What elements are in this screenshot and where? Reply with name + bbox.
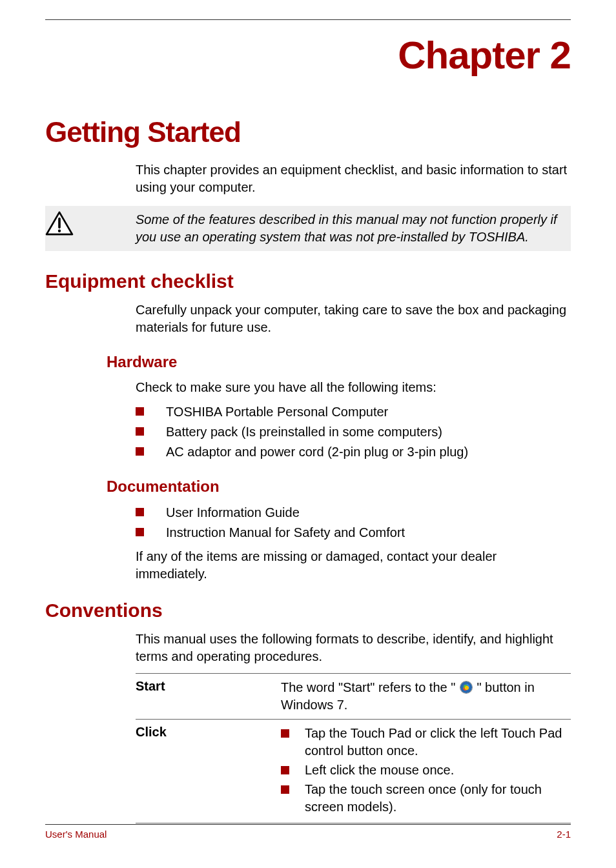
chapter-label: Chapter 2 <box>45 33 571 77</box>
list-item-text: User Information Guide <box>166 503 300 521</box>
list-item: Battery pack (Is preinstalled in some co… <box>136 423 571 441</box>
page-footer: User's Manual 2-1 <box>45 824 571 840</box>
svg-point-2 <box>58 230 61 232</box>
list-item-text: Instruction Manual for Safety and Comfor… <box>166 523 405 541</box>
table-row: Start The word "Start" refers to the " "… <box>136 673 571 719</box>
documentation-heading: Documentation <box>107 478 571 496</box>
documentation-list: User Information Guide Instruction Manua… <box>136 503 571 541</box>
warning-text: Some of the features described in this m… <box>136 211 567 246</box>
list-item: Left click the mouse once. <box>281 762 571 779</box>
list-item-text: Battery pack (Is preinstalled in some co… <box>166 423 442 441</box>
list-item: User Information Guide <box>136 503 571 521</box>
bullet-icon <box>136 427 144 436</box>
bullet-icon <box>136 508 144 516</box>
equipment-intro: Carefully unpack your computer, taking c… <box>136 301 571 336</box>
bullet-icon <box>281 766 289 774</box>
list-item: Tap the touch screen once (only for touc… <box>281 781 571 816</box>
list-item-text: Left click the mouse once. <box>305 762 454 779</box>
footer-page-number: 2-1 <box>557 829 571 840</box>
warning-callout: Some of the features described in this m… <box>45 206 571 251</box>
chapter-intro: This chapter provides an equipment check… <box>136 161 571 196</box>
bullet-icon <box>281 785 289 794</box>
list-item: Tap the Touch Pad or click the left Touc… <box>281 725 571 760</box>
list-item: TOSHIBA Portable Personal Computer <box>136 403 571 421</box>
list-item-text: Tap the Touch Pad or click the left Touc… <box>305 725 571 760</box>
windows-start-icon <box>460 681 472 693</box>
hardware-list: TOSHIBA Portable Personal Computer Batte… <box>136 403 571 461</box>
list-item-text: Tap the touch screen once (only for touc… <box>305 781 571 816</box>
table-row: Click Tap the Touch Pad or click the lef… <box>136 719 571 823</box>
bullet-icon <box>136 447 144 456</box>
warning-icon <box>45 211 136 236</box>
bullet-icon <box>281 729 289 738</box>
list-item-text: AC adaptor and power cord (2-pin plug or… <box>166 443 468 461</box>
chapter-title: Getting Started <box>45 116 571 148</box>
footer-left: User's Manual <box>45 829 107 840</box>
bullet-icon <box>136 407 144 416</box>
hardware-heading: Hardware <box>107 353 571 371</box>
conv-key-start: Start <box>136 679 281 714</box>
conv-key-click: Click <box>136 725 281 818</box>
bullet-icon <box>136 528 144 536</box>
documentation-note: If any of the items are missing or damag… <box>136 548 571 583</box>
footer-rule <box>45 824 571 825</box>
conv-val-start: The word "Start" refers to the " " butto… <box>281 679 571 714</box>
conventions-heading: Conventions <box>45 600 571 621</box>
list-item-text: TOSHIBA Portable Personal Computer <box>166 403 388 421</box>
list-item: Instruction Manual for Safety and Comfor… <box>136 523 571 541</box>
conventions-intro: This manual uses the following formats t… <box>136 631 571 665</box>
top-rule <box>45 19 571 20</box>
start-text-before: The word "Start" refers to the " <box>281 680 459 694</box>
conv-val-click: Tap the Touch Pad or click the left Touc… <box>281 725 571 818</box>
list-item: AC adaptor and power cord (2-pin plug or… <box>136 443 571 461</box>
hardware-intro: Check to make sure you have all the foll… <box>136 379 571 396</box>
equipment-heading: Equipment checklist <box>45 270 571 292</box>
conventions-table: Start The word "Start" refers to the " "… <box>136 673 571 823</box>
